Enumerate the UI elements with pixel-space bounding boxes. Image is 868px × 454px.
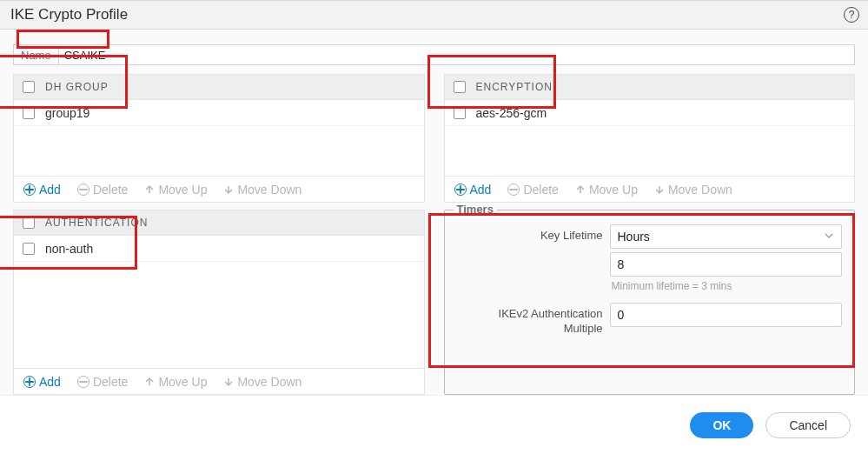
dh-group-selectall-checkbox[interactable] (23, 81, 35, 93)
authentication-toolbar: Add Delete Move Up Move Down (14, 368, 424, 394)
ikev2-multiple-row: IKEv2 Authentication Multiple (457, 303, 843, 337)
arrow-down-icon (223, 377, 234, 387)
name-label: Name (13, 44, 58, 65)
arrow-down-icon (654, 184, 665, 195)
ikev2-multiple-input[interactable] (610, 303, 843, 327)
delete-button[interactable]: Delete (71, 371, 134, 393)
list-item[interactable]: non-auth (14, 236, 424, 262)
encryption-toolbar: Add Delete Move Up Move Down (445, 176, 855, 202)
ikev2-multiple-label: IKEv2 Authentication Multiple (457, 303, 603, 337)
row-checkbox[interactable] (23, 243, 35, 255)
delete-button[interactable]: Delete (71, 178, 134, 201)
name-row: Name (13, 44, 855, 65)
arrow-up-icon (144, 184, 155, 195)
add-button[interactable]: Add (17, 178, 67, 201)
authentication-header-label: AUTHENTICATION (45, 217, 148, 229)
list-item[interactable]: group19 (14, 100, 424, 126)
row-label: aes-256-gcm (476, 106, 547, 120)
chevron-down-icon (824, 230, 834, 244)
moveup-button[interactable]: Move Up (138, 371, 213, 393)
encryption-list: ENCRYPTION aes-256-gcm Add (444, 74, 856, 203)
dialog-footer: OK Cancel (0, 395, 868, 454)
authentication-header: AUTHENTICATION (14, 210, 424, 236)
add-button[interactable]: Add (17, 371, 67, 393)
row-label: group19 (45, 106, 89, 120)
key-lifetime-row: Key Lifetime Hours Minimum lifetime = 3 … (457, 224, 843, 292)
cancel-button[interactable]: Cancel (765, 412, 851, 438)
key-lifetime-unit-select[interactable]: Hours (610, 224, 843, 249)
add-button[interactable]: Add (448, 178, 498, 201)
list-item[interactable]: aes-256-gcm (445, 100, 855, 126)
timers-legend: Timers (454, 203, 497, 216)
ike-crypto-profile-dialog: IKE Crypto Profile ? Name DH GROUP (0, 0, 868, 454)
movedown-button[interactable]: Move Down (648, 178, 739, 201)
dh-group-list: DH GROUP group19 Add (13, 74, 425, 203)
row-checkbox[interactable] (454, 107, 466, 119)
name-input[interactable] (58, 44, 855, 65)
row-label: non-auth (45, 242, 93, 256)
arrow-up-icon (575, 184, 586, 195)
arrow-up-icon (144, 377, 155, 387)
key-lifetime-label: Key Lifetime (457, 224, 603, 244)
key-lifetime-value-input[interactable] (610, 252, 843, 277)
delete-button[interactable]: Delete (501, 178, 564, 201)
timers-fieldset: Timers Key Lifetime Hours Minimum l (444, 210, 856, 395)
row-checkbox[interactable] (23, 107, 35, 119)
dialog-titlebar: IKE Crypto Profile ? (0, 0, 868, 30)
dh-group-toolbar: Add Delete Move Up (14, 176, 424, 202)
movedown-button[interactable]: Move Down (217, 178, 308, 201)
authentication-selectall-checkbox[interactable] (23, 217, 35, 229)
moveup-button[interactable]: Move Up (138, 178, 213, 201)
encryption-header-label: ENCRYPTION (476, 81, 553, 93)
dh-group-header-label: DH GROUP (45, 81, 109, 93)
dialog-title: IKE Crypto Profile (10, 6, 844, 23)
authentication-list: AUTHENTICATION non-auth Add (13, 210, 425, 395)
encryption-header: ENCRYPTION (445, 75, 855, 100)
dh-group-header: DH GROUP (14, 75, 424, 100)
moveup-button[interactable]: Move Up (569, 178, 644, 201)
key-lifetime-helper: Minimum lifetime = 3 mins (610, 280, 843, 292)
help-icon[interactable]: ? (844, 7, 859, 23)
arrow-down-icon (223, 184, 234, 195)
ok-button[interactable]: OK (690, 412, 753, 438)
encryption-selectall-checkbox[interactable] (454, 81, 466, 93)
movedown-button[interactable]: Move Down (217, 371, 308, 393)
